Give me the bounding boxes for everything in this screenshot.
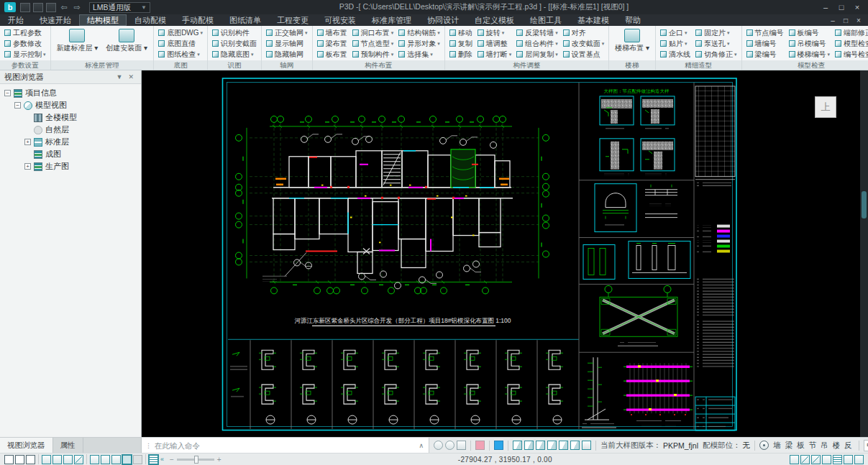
ribbon-tab-结构模型[interactable]: 结构模型 bbox=[79, 14, 127, 26]
ribbon-button-板布置[interactable]: 板布置 bbox=[316, 49, 349, 60]
ribbon-button-复制[interactable]: 复制 bbox=[448, 38, 474, 49]
ribbon-button-墙打断[interactable]: 墙打断▾ bbox=[476, 49, 513, 60]
ortho-icon[interactable] bbox=[800, 455, 810, 464]
ribbon-tab-自定义模板[interactable]: 自定义模板 bbox=[467, 14, 522, 26]
display-panel-icon[interactable] bbox=[149, 455, 158, 464]
ribbon-button-识别变截面[interactable]: 识别变截面 bbox=[211, 38, 258, 49]
tree-item-生产图[interactable]: +生产图 bbox=[0, 160, 141, 172]
realistic-view-icon[interactable] bbox=[122, 455, 132, 464]
ribbon-button-贴片[interactable]: 贴片▾ bbox=[659, 38, 692, 49]
ribbon-tab-绘图工具[interactable]: 绘图工具 bbox=[522, 14, 570, 26]
mdi-minimize-button[interactable]: – bbox=[826, 17, 839, 24]
ribbon-tab-可视安装[interactable]: 可视安装 bbox=[316, 14, 364, 26]
display-mode-select[interactable]: 中轴线带厚度▼ bbox=[864, 440, 868, 451]
ribbon-button-墙调整[interactable]: 墙调整 bbox=[476, 38, 513, 49]
ribbon-button-移动[interactable]: 移动 bbox=[448, 27, 474, 38]
grid-toggle-icon[interactable] bbox=[833, 455, 842, 464]
zoom-icon[interactable] bbox=[74, 455, 83, 464]
ribbon-tab-工程变更[interactable]: 工程变更 bbox=[269, 14, 316, 26]
scrollbar-thumb[interactable] bbox=[862, 191, 867, 218]
ribbon-button-参数修改[interactable]: 参数修改 bbox=[3, 38, 47, 49]
tile-windows-icon[interactable] bbox=[15, 455, 24, 464]
panel-dropdown-icon[interactable]: ▼ bbox=[114, 73, 126, 80]
pan-icon[interactable] bbox=[52, 455, 62, 464]
tree-item-成图[interactable]: 成图 bbox=[0, 148, 141, 160]
ribbon-button-删除[interactable]: 删除 bbox=[448, 49, 474, 60]
tree-item-自然层[interactable]: 自然层 bbox=[0, 124, 141, 136]
mdi-restore-button[interactable]: □ bbox=[839, 17, 852, 24]
tree-item-项目信息[interactable]: −项目信息 bbox=[0, 87, 141, 99]
visibility-eye-icon[interactable] bbox=[759, 441, 769, 450]
drawing-canvas[interactable]: 河源江东新区紫金桥头片区综合开发（部分工程）项目18#铝模深化布置图 1:100… bbox=[142, 70, 860, 437]
crosshair-icon[interactable] bbox=[844, 455, 853, 464]
snapshot-icon[interactable] bbox=[582, 441, 591, 450]
highlight-color-swatch[interactable] bbox=[475, 441, 485, 450]
ribbon-button-墙布置[interactable]: 墙布置 bbox=[316, 27, 349, 38]
ribbon-button-反梁转墙[interactable]: 反梁转墙▾ bbox=[515, 27, 559, 38]
ribbon-tab-手动配模[interactable]: 手动配模 bbox=[174, 14, 221, 26]
ribbon-button-泵送孔[interactable]: 泵送孔▾ bbox=[694, 38, 739, 49]
ribbon-button-模型检查[interactable]: 模型检查▾ bbox=[833, 38, 868, 49]
ribbon-tab-自动配模[interactable]: 自动配模 bbox=[127, 14, 174, 26]
layer-toggle-吊[interactable]: 吊 bbox=[818, 441, 831, 451]
panel-tab-view-browser[interactable]: 视图浏览器 bbox=[0, 438, 53, 453]
ribbon-button-新建标准层[interactable]: 新建标准层 ▾ bbox=[54, 27, 101, 52]
ribbon-button-旋转[interactable]: 旋转▾ bbox=[476, 27, 513, 38]
ribbon-button-编号检查[interactable]: 编号检查 bbox=[833, 49, 868, 60]
orbit-icon[interactable] bbox=[63, 455, 73, 464]
layer-toggle-墙[interactable]: 墙 bbox=[771, 441, 783, 451]
ribbon-button-结构钢筋[interactable]: 结构钢筋▾ bbox=[397, 27, 442, 38]
ribbon-button-对齐[interactable]: 对齐 bbox=[562, 27, 606, 38]
ribbon-button-正交轴网[interactable]: 正交轴网▾ bbox=[265, 27, 309, 38]
ribbon-button-组合构件[interactable]: 组合构件▾ bbox=[515, 38, 559, 49]
ribbon-tab-标准库管理[interactable]: 标准库管理 bbox=[364, 14, 419, 26]
ribbon-button-节点编号[interactable]: 节点编号 bbox=[745, 27, 785, 38]
ribbon-button-创建安装面[interactable]: 创建安装面 ▾ bbox=[103, 27, 150, 52]
ribbon-button-梁布置[interactable]: 梁布置 bbox=[316, 38, 349, 49]
ribbon-button-板编号[interactable]: 板编号 bbox=[787, 27, 832, 38]
ribbon-button-梁编号[interactable]: 梁编号 bbox=[745, 49, 785, 60]
ribbon-button-切角修正[interactable]: 切角修正▾ bbox=[694, 49, 739, 60]
ribbon-tab-帮助[interactable]: 帮助 bbox=[617, 14, 649, 26]
ribbon-button-选择集[interactable]: 选择集▾ bbox=[397, 49, 442, 60]
selection-color-swatch[interactable] bbox=[494, 441, 503, 450]
ribbon-tab-基本建模[interactable]: 基本建模 bbox=[570, 14, 617, 26]
ribbon-button-识别构件[interactable]: 识别构件 bbox=[211, 27, 258, 38]
brightness-icon[interactable] bbox=[434, 441, 443, 450]
tree-item-标准层[interactable]: +标准层 bbox=[0, 136, 141, 148]
ribbon-button-显示控制[interactable]: 显示控制▾ bbox=[3, 49, 47, 60]
ribbon-button-企口[interactable]: 企口▾ bbox=[659, 27, 692, 38]
ribbon-tab-开始[interactable]: 开始 bbox=[0, 14, 32, 26]
settings-gear-icon[interactable] bbox=[854, 455, 864, 464]
new-view-icon[interactable] bbox=[4, 455, 14, 464]
hidden-line-view-icon[interactable] bbox=[101, 455, 110, 464]
ribbon-button-楼梯布置[interactable]: 楼梯布置 ▾ bbox=[612, 27, 652, 52]
ribbon-button-墙编号[interactable]: 墙编号 bbox=[745, 38, 785, 49]
wireframe-view-icon[interactable] bbox=[90, 455, 99, 464]
tree-expander[interactable]: − bbox=[14, 102, 21, 109]
ribbon-tab-快速开始[interactable]: 快速开始 bbox=[32, 14, 79, 26]
shaded-view-icon[interactable] bbox=[111, 455, 121, 464]
layer-toggle-楼[interactable]: 楼 bbox=[831, 441, 843, 451]
object-snap-icon[interactable] bbox=[822, 455, 831, 464]
ribbon-button-工程参数[interactable]: 工程参数 bbox=[3, 27, 47, 38]
ucs-icon[interactable] bbox=[790, 455, 799, 464]
ribbon-button-异形对象[interactable]: 异形对象▾ bbox=[397, 38, 442, 49]
save-all-icon[interactable] bbox=[46, 3, 56, 12]
ribbon-button-端部修正[interactable]: 端部修正 bbox=[833, 27, 868, 38]
undo-icon[interactable]: ⇦ bbox=[59, 3, 69, 12]
ribbon-button-预制构件[interactable]: 预制构件▾ bbox=[351, 49, 396, 60]
vertical-scrollbar[interactable] bbox=[860, 70, 868, 437]
view-iso-icon[interactable] bbox=[570, 441, 580, 450]
collapse-icon[interactable]: ∧ bbox=[415, 442, 427, 449]
tree-item-模型视图[interactable]: −模型视图 bbox=[0, 99, 141, 111]
layer-toggle-反[interactable]: 反 bbox=[842, 441, 854, 451]
ribbon-button-节点造型[interactable]: 节点造型▾ bbox=[351, 38, 396, 49]
layer-toggle-板[interactable]: 板 bbox=[795, 441, 807, 451]
view-back-icon[interactable] bbox=[524, 441, 534, 450]
ribbon-button-固定片[interactable]: 固定片▾ bbox=[694, 27, 739, 38]
layer-toggle-梁[interactable]: 梁 bbox=[783, 441, 795, 451]
ribbon-button-改变截面[interactable]: 改变截面▾ bbox=[562, 38, 606, 49]
panel-close-icon[interactable]: ✕ bbox=[125, 73, 137, 80]
tree-expander[interactable]: − bbox=[4, 90, 11, 96]
